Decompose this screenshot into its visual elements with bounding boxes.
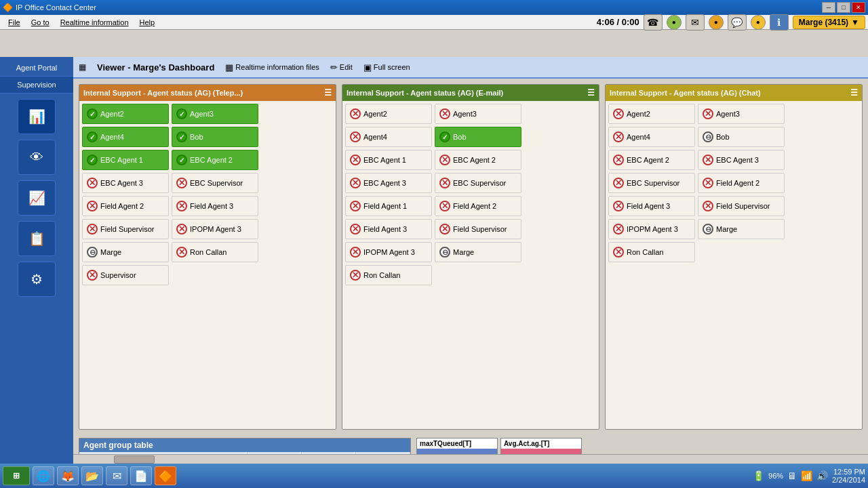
agent-cell[interactable]: ✕Field Agent 3: [608, 196, 695, 216]
status-icon-red-x: ✕: [613, 247, 624, 258]
agent-cell[interactable]: ✕Field Agent 2: [82, 196, 169, 216]
agent-name-label: IPOPM Agent 3: [190, 225, 241, 233]
agent-cell[interactable]: ✕EBC Agent 2: [435, 150, 521, 170]
agent-cell[interactable]: ✕Agent2: [345, 104, 432, 124]
time-display: 12:59 PM: [832, 468, 865, 476]
menu-file[interactable]: File: [3, 17, 26, 28]
sidebar-icon-chart[interactable]: 📈: [18, 180, 56, 216]
agent-name-button[interactable]: Marge (3415) ▼: [793, 16, 865, 29]
agent-cell[interactable]: ✓Bob: [172, 127, 258, 147]
agent-cell[interactable]: ✕Field Supervisor: [435, 219, 521, 239]
agent-cell[interactable]: ✕Ron Callan: [345, 265, 432, 285]
realtime-files-btn[interactable]: ▦ Realtime information files: [225, 62, 319, 73]
agent-cell[interactable]: ⊖Bob: [698, 127, 785, 147]
agent-name-label: Agent2: [100, 110, 124, 118]
sidebar-item-agent-portal[interactable]: Agent Portal: [0, 60, 73, 77]
agent-cell[interactable]: ✕Agent3: [435, 104, 521, 124]
clock-display: 4:06 / 0:00: [597, 17, 639, 27]
sidebar-icon-settings[interactable]: ⚙: [18, 262, 56, 297]
maximize-button[interactable]: □: [837, 2, 850, 13]
taskbar-ie-btn[interactable]: 🌐: [33, 466, 54, 485]
taskbar-folder-btn[interactable]: 📂: [81, 466, 103, 485]
fullscreen-icon: ▣: [363, 62, 372, 73]
taskbar-firefox-btn[interactable]: 🦊: [57, 466, 79, 485]
horizontal-scrollbar[interactable]: [73, 454, 868, 464]
panel-email-title: Internal Support - Agent status (AG) (E-…: [347, 89, 503, 97]
agent-cell[interactable]: ✕EBC Supervisor: [172, 173, 258, 193]
menu-realtime[interactable]: Realtime information: [55, 17, 134, 28]
agent-name-label: Bob: [453, 133, 467, 141]
viewer-header: ▦ Viewer - Marge's Dashboard ▦ Realtime …: [73, 57, 868, 79]
agent-name-label: EBC Agent 1: [363, 156, 406, 164]
agent-cell[interactable]: ✕Agent4: [345, 127, 432, 147]
status-icon-red-x: ✕: [350, 270, 361, 281]
edit-btn[interactable]: ✏ Edit: [330, 62, 353, 73]
agent-cell[interactable]: ✓Agent2: [82, 104, 169, 124]
agent-cell[interactable]: ✓Agent3: [172, 104, 258, 124]
agent-cell[interactable]: ✕EBC Supervisor: [608, 173, 695, 193]
agent-name-label: Field Agent 2: [716, 179, 760, 187]
agent-cell[interactable]: ⊖Marge: [698, 219, 785, 239]
status-icon-red-x: ✕: [439, 155, 450, 165]
realtime-files-label: Realtime information files: [235, 63, 319, 71]
agent-cell[interactable]: ✓Agent4: [82, 127, 169, 147]
agent-cell[interactable]: ✕IPOPM Agent 3: [345, 242, 432, 262]
taskbar: ⊞ 🌐 🦊 📂 ✉ 📄 🔶 🔋 96% 🖥 📶 🔊 12:59 PM 2/24/…: [0, 464, 868, 488]
yellow-status-btn[interactable]: ●: [751, 15, 766, 30]
agent-cell[interactable]: ✓Bob: [435, 127, 521, 147]
agent-name-label: IPOPM Agent 3: [363, 248, 415, 256]
agent-cell[interactable]: ✕EBC Agent 3: [698, 150, 785, 170]
close-button[interactable]: ✕: [852, 2, 865, 13]
agent-cell[interactable]: ✕IPOPM Agent 3: [608, 219, 695, 239]
agent-cell[interactable]: ✕EBC Supervisor: [435, 173, 521, 193]
agent-cell[interactable]: ✓EBC Agent 1: [82, 150, 169, 170]
phone-icon-btn[interactable]: ☎: [644, 14, 663, 30]
minimize-button[interactable]: ─: [822, 2, 835, 13]
agent-cell[interactable]: ✕Supervisor: [82, 265, 169, 285]
status-icon-red-x: ✕: [439, 108, 450, 119]
panel-telephone-menu-icon[interactable]: ☰: [324, 88, 332, 98]
panel-email: Internal Support - Agent status (AG) (E-…: [342, 84, 599, 430]
green-status-btn[interactable]: ●: [667, 15, 682, 30]
agent-cell[interactable]: ✕Ron Callan: [172, 242, 258, 262]
sidebar-icon-bar-chart[interactable]: 📊: [18, 99, 56, 134]
agent-cell[interactable]: ✕EBC Agent 3: [82, 173, 169, 193]
agent-cell[interactable]: ⊖Marge: [435, 242, 521, 262]
agent-cell[interactable]: ⊖Marge: [82, 242, 169, 262]
agent-cell[interactable]: ✕EBC Agent 1: [345, 150, 432, 170]
chat-icon-btn[interactable]: 💬: [728, 14, 747, 30]
agent-cell[interactable]: ✕EBC Agent 3: [345, 173, 432, 193]
panel-email-menu-icon[interactable]: ☰: [587, 88, 595, 98]
agent-cell[interactable]: ✕Ron Callan: [608, 242, 695, 262]
status-icon-circle-x: ⊖: [87, 247, 98, 258]
info-icon-btn[interactable]: ℹ: [770, 14, 789, 30]
agent-name-label: IPOPM Agent 3: [627, 225, 678, 233]
agent-cell[interactable]: ✕Field Agent 1: [345, 196, 432, 216]
sidebar-icon-list[interactable]: 📋: [18, 221, 56, 256]
agent-cell[interactable]: ✕Field Agent 3: [345, 219, 432, 239]
orange-status-btn[interactable]: ●: [709, 15, 724, 30]
start-button[interactable]: ⊞: [3, 466, 30, 485]
fullscreen-btn[interactable]: ▣ Full screen: [363, 62, 410, 73]
sidebar-item-supervision[interactable]: Supervision: [0, 77, 73, 94]
agent-cell[interactable]: ✕Field Supervisor: [82, 219, 169, 239]
agent-cell[interactable]: ✕Field Agent 3: [172, 196, 258, 216]
agent-cell[interactable]: ✕Agent4: [608, 127, 695, 147]
agent-cell[interactable]: ✕Agent2: [608, 104, 695, 124]
sidebar-icon-eye[interactable]: 👁: [18, 140, 56, 175]
taskbar-ipocc-btn[interactable]: 🔶: [155, 466, 176, 485]
agent-cell[interactable]: ✕IPOPM Agent 3: [172, 219, 258, 239]
agent-cell[interactable]: ✕Field Agent 2: [698, 173, 785, 193]
panel-chat-menu-icon[interactable]: ☰: [850, 88, 858, 98]
agent-name-label: Field Agent 3: [190, 202, 233, 210]
taskbar-adobe-btn[interactable]: 📄: [130, 466, 152, 485]
agent-cell[interactable]: ✓EBC Agent 2: [172, 150, 258, 170]
agent-cell[interactable]: ✕EBC Agent 2: [608, 150, 695, 170]
menu-help[interactable]: Help: [134, 17, 161, 28]
email-icon-btn[interactable]: ✉: [686, 14, 705, 30]
agent-cell[interactable]: ✕Field Supervisor: [698, 196, 785, 216]
menu-goto[interactable]: Go to: [26, 17, 55, 28]
agent-cell[interactable]: ✕Field Agent 2: [435, 196, 521, 216]
agent-cell[interactable]: ✕Agent3: [698, 104, 785, 124]
taskbar-outlook-btn[interactable]: ✉: [106, 466, 127, 485]
